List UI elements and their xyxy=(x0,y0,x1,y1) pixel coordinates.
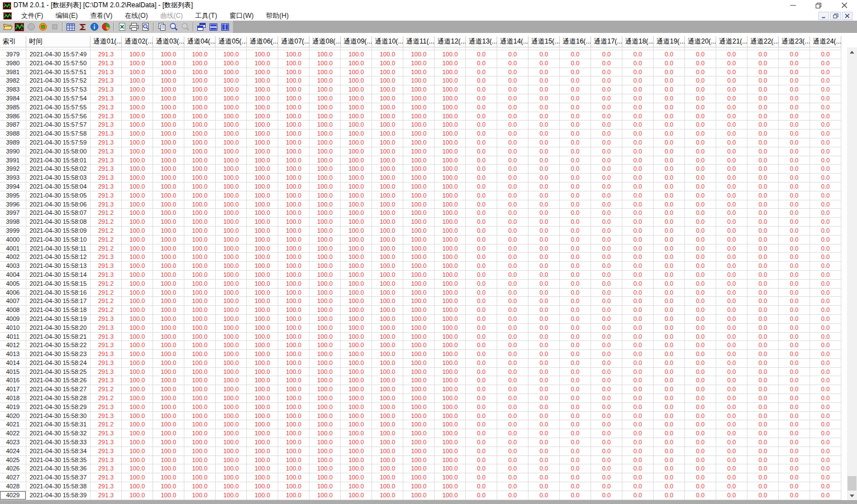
cell-ch20[interactable]: 0.0 xyxy=(685,47,716,50)
cell-ch05[interactable]: 100.0 xyxy=(216,218,247,226)
cell-ch09[interactable]: 100.0 xyxy=(341,262,372,270)
cell-ch13[interactable]: 0.0 xyxy=(466,376,497,385)
cell-ch02[interactable]: 100.0 xyxy=(122,482,153,491)
cell-ch05[interactable]: 100.0 xyxy=(216,368,247,376)
cell-ch18[interactable]: 0.0 xyxy=(622,315,654,323)
cell-ch04[interactable]: 100.0 xyxy=(184,262,216,270)
cell-ch22[interactable]: 0.0 xyxy=(748,47,779,50)
cell-ch07[interactable]: 100.0 xyxy=(278,403,310,411)
cell-ch06[interactable]: 100.0 xyxy=(247,350,278,358)
cell-ch03[interactable]: 100.0 xyxy=(153,244,184,253)
cell-ch03[interactable]: 100.0 xyxy=(153,103,184,112)
cell-ch24[interactable]: 0.0 xyxy=(810,324,841,332)
cell-ch04[interactable]: 100.0 xyxy=(184,324,216,332)
cell-ch09[interactable]: 100.0 xyxy=(341,341,372,349)
cell-ch03[interactable]: 100.0 xyxy=(153,359,184,367)
cell-ch03[interactable]: 100.0 xyxy=(153,385,184,393)
cell-ch13[interactable]: 0.0 xyxy=(466,385,497,393)
cell-ch10[interactable]: 100.0 xyxy=(372,147,403,156)
cell-ch09[interactable]: 100.0 xyxy=(341,289,372,297)
cell-time[interactable]: 2021-04-30 15:57:49 xyxy=(26,50,91,59)
cell-ch11[interactable]: 100.0 xyxy=(403,324,435,332)
cell-ch12[interactable]: 100.0 xyxy=(435,341,466,349)
cell-ch20[interactable]: 0.0 xyxy=(685,85,716,94)
cell-ch01[interactable]: 291.3 xyxy=(91,315,122,323)
cell-ch22[interactable]: 0.0 xyxy=(748,333,779,341)
cell-ch15[interactable]: 0.0 xyxy=(529,403,560,411)
cell-ch02[interactable]: 100.0 xyxy=(122,464,153,473)
column-header-ch11[interactable]: 通道11(... xyxy=(403,36,435,47)
cell-ch20[interactable]: 0.0 xyxy=(685,289,716,297)
cell-ch10[interactable]: 100.0 xyxy=(372,103,403,112)
cell-ch23[interactable]: 0.0 xyxy=(779,174,810,182)
cell-ch18[interactable]: 0.0 xyxy=(622,227,654,235)
cell-ch03[interactable]: 100.0 xyxy=(153,129,184,138)
cell-ch19[interactable]: 0.0 xyxy=(654,191,685,200)
cell-ch13[interactable]: 0.0 xyxy=(466,341,497,349)
cell-ch19[interactable]: 0.0 xyxy=(654,200,685,209)
cell-ch06[interactable]: 100.0 xyxy=(247,191,278,200)
cell-ch17[interactable]: 0.0 xyxy=(591,103,622,112)
cell-ch08[interactable]: 100.0 xyxy=(310,47,341,50)
cell-ch20[interactable]: 0.0 xyxy=(685,209,716,217)
open-file-button[interactable] xyxy=(2,21,13,32)
cell-time[interactable]: 2021-04-30 15:58:36 xyxy=(26,464,91,473)
cell-ch14[interactable]: 0.0 xyxy=(497,324,529,332)
cell-ch11[interactable]: 100.0 xyxy=(403,253,435,261)
cell-ch09[interactable]: 100.0 xyxy=(341,174,372,182)
cell-ch13[interactable]: 0.0 xyxy=(466,227,497,235)
cell-ch06[interactable]: 100.0 xyxy=(247,385,278,393)
cell-index[interactable]: 4004 xyxy=(0,271,26,279)
cell-ch06[interactable]: 100.0 xyxy=(247,359,278,367)
cell-time[interactable]: 2021-04-30 15:58:19 xyxy=(26,315,91,323)
cell-ch01[interactable]: 291.2 xyxy=(91,227,122,235)
cell-ch08[interactable]: 100.0 xyxy=(310,165,341,173)
cell-ch02[interactable]: 100.0 xyxy=(122,253,153,261)
cell-ch17[interactable]: 0.0 xyxy=(591,76,622,85)
cell-ch04[interactable]: 100.0 xyxy=(184,297,216,305)
cell-ch15[interactable]: 0.0 xyxy=(529,200,560,209)
cell-ch18[interactable]: 0.0 xyxy=(622,403,654,411)
cell-ch20[interactable]: 0.0 xyxy=(685,183,716,191)
cell-ch06[interactable]: 100.0 xyxy=(247,491,278,500)
cell-time[interactable]: 2021-04-30 15:57:55 xyxy=(26,103,91,112)
cell-ch22[interactable]: 0.0 xyxy=(748,429,779,438)
cell-ch11[interactable]: 100.0 xyxy=(403,473,435,482)
cell-ch07[interactable]: 100.0 xyxy=(278,147,310,156)
cell-ch12[interactable]: 100.0 xyxy=(435,244,466,253)
cell-ch02[interactable]: 100.0 xyxy=(122,324,153,332)
cell-ch15[interactable]: 0.0 xyxy=(529,350,560,358)
cell-ch09[interactable]: 100.0 xyxy=(341,271,372,279)
column-header-ch02[interactable]: 通道02(... xyxy=(122,36,153,47)
cell-ch07[interactable]: 100.0 xyxy=(278,85,310,94)
cell-ch01[interactable]: 291.2 xyxy=(91,218,122,226)
cell-ch13[interactable]: 0.0 xyxy=(466,59,497,68)
cell-ch03[interactable]: 100.0 xyxy=(153,350,184,358)
cell-ch14[interactable]: 0.0 xyxy=(497,227,529,235)
cell-ch17[interactable]: 0.0 xyxy=(591,165,622,173)
cell-ch14[interactable]: 0.0 xyxy=(497,262,529,270)
cell-ch06[interactable]: 100.0 xyxy=(247,464,278,473)
cell-ch10[interactable]: 100.0 xyxy=(372,341,403,349)
cell-ch20[interactable]: 0.0 xyxy=(685,191,716,200)
cell-ch07[interactable]: 100.0 xyxy=(278,253,310,261)
cell-ch08[interactable]: 100.0 xyxy=(310,156,341,165)
cell-ch11[interactable]: 100.0 xyxy=(403,289,435,297)
cell-ch09[interactable]: 100.0 xyxy=(341,147,372,156)
cell-ch24[interactable]: 0.0 xyxy=(810,121,841,129)
cell-ch02[interactable]: 100.0 xyxy=(122,376,153,385)
cell-time[interactable]: 2021-04-30 15:58:13 xyxy=(26,262,91,270)
cell-ch06[interactable]: 100.0 xyxy=(247,333,278,341)
cell-ch01[interactable]: 291.2 xyxy=(91,289,122,297)
cell-ch12[interactable]: 100.0 xyxy=(435,280,466,288)
cell-ch02[interactable]: 100.0 xyxy=(122,94,153,103)
cell-ch16[interactable]: 0.0 xyxy=(560,200,591,209)
cell-ch13[interactable]: 0.0 xyxy=(466,368,497,376)
cell-ch17[interactable]: 0.0 xyxy=(591,306,622,314)
cell-ch21[interactable]: 0.0 xyxy=(716,121,748,129)
cell-ch13[interactable]: 0.0 xyxy=(466,271,497,279)
cell-ch22[interactable]: 0.0 xyxy=(748,121,779,129)
cell-ch07[interactable]: 100.0 xyxy=(278,174,310,182)
cell-ch01[interactable]: 291.2 xyxy=(91,280,122,288)
cell-ch14[interactable]: 0.0 xyxy=(497,94,529,103)
